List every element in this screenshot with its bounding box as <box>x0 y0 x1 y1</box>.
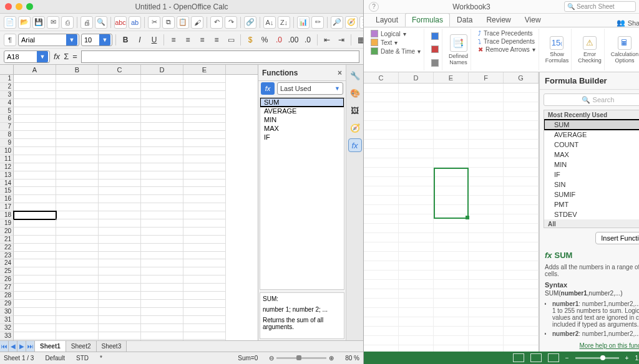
copy-icon[interactable]: ⧉ <box>162 16 175 29</box>
cell[interactable] <box>434 214 469 224</box>
cell[interactable] <box>434 93 469 102</box>
cell[interactable] <box>14 75 56 83</box>
cell[interactable] <box>504 336 539 345</box>
sheet-tab[interactable]: Sheet1 <box>35 341 66 352</box>
row-header[interactable]: 11 <box>0 155 14 163</box>
cell[interactable] <box>183 324 226 332</box>
cell[interactable] <box>399 112 434 121</box>
cell[interactable] <box>183 171 226 180</box>
cell[interactable] <box>99 75 141 83</box>
select-all-corner[interactable] <box>0 65 14 74</box>
cell[interactable] <box>56 91 99 99</box>
remove-decimal-icon[interactable]: .0 <box>301 34 314 46</box>
navigator-panel-icon[interactable]: 🧭 <box>348 121 362 135</box>
row-header[interactable]: 21 <box>0 236 14 244</box>
cell[interactable] <box>399 186 434 196</box>
column-header[interactable]: B <box>56 65 99 74</box>
cell[interactable] <box>14 139 56 147</box>
cell[interactable] <box>504 271 539 280</box>
cell[interactable] <box>364 336 399 345</box>
cell[interactable] <box>183 292 226 300</box>
cell[interactable] <box>183 131 226 139</box>
cell[interactable] <box>99 228 141 236</box>
cell[interactable] <box>14 340 56 340</box>
number-format-icon[interactable]: .0 <box>273 34 285 46</box>
cell[interactable] <box>56 163 99 171</box>
cell[interactable] <box>364 242 399 252</box>
styles-icon[interactable]: ¶ <box>4 34 16 46</box>
cut-icon[interactable]: ✂ <box>148 16 160 29</box>
cell[interactable] <box>56 75 99 83</box>
cell[interactable] <box>469 168 504 177</box>
formula-item[interactable]: SIN <box>544 180 639 189</box>
formula-search-field[interactable]: 🔍 Search <box>544 93 639 106</box>
cell[interactable] <box>14 292 56 300</box>
cell[interactable] <box>141 252 183 260</box>
cell[interactable] <box>364 317 399 327</box>
row-header[interactable]: 17 <box>0 203 14 211</box>
formula-item[interactable]: IF <box>544 170 639 180</box>
row-header[interactable]: 16 <box>0 195 14 203</box>
cell[interactable] <box>399 140 434 149</box>
cell[interactable] <box>469 224 504 233</box>
cell[interactable] <box>14 284 56 292</box>
cell[interactable] <box>364 140 399 149</box>
function-item[interactable]: SUM <box>260 98 344 107</box>
cell[interactable] <box>183 187 226 195</box>
formula-item[interactable]: COUNT <box>544 140 639 150</box>
merge-cells-icon[interactable]: ▭ <box>225 34 237 46</box>
cell[interactable] <box>399 289 434 299</box>
cell[interactable] <box>14 259 56 267</box>
cell[interactable] <box>56 259 99 267</box>
cell[interactable] <box>504 308 539 317</box>
cell[interactable] <box>469 271 504 280</box>
row-header[interactable]: 1 <box>0 75 14 83</box>
row-header[interactable]: 8 <box>0 131 14 139</box>
cell[interactable] <box>14 211 56 219</box>
cell[interactable] <box>364 158 399 168</box>
cell[interactable] <box>14 316 56 324</box>
cell[interactable] <box>56 187 99 195</box>
cell[interactable] <box>364 168 399 177</box>
cell[interactable] <box>99 83 141 91</box>
column-header[interactable]: D <box>399 72 434 83</box>
cell[interactable] <box>183 259 226 267</box>
cell[interactable] <box>141 259 183 267</box>
cell[interactable] <box>14 308 56 316</box>
cell[interactable] <box>469 196 504 205</box>
formula-input[interactable] <box>81 50 359 63</box>
cell[interactable] <box>434 130 469 140</box>
cell[interactable] <box>141 275 183 284</box>
cell[interactable] <box>364 121 399 130</box>
cell[interactable] <box>56 171 99 180</box>
zoom-in-icon[interactable]: + <box>625 355 629 362</box>
trace-precedents-button[interactable]: ⤴ Trace Precedents <box>478 30 535 37</box>
cell[interactable] <box>14 324 56 332</box>
cell[interactable] <box>14 300 56 308</box>
fx-icon[interactable]: fx <box>261 82 275 95</box>
chart-icon[interactable]: 📊 <box>297 16 310 29</box>
cell[interactable] <box>364 93 399 102</box>
cell[interactable] <box>469 140 504 149</box>
cell[interactable] <box>434 149 469 158</box>
cell[interactable] <box>183 236 226 244</box>
paste-icon[interactable]: 📋 <box>177 16 189 29</box>
cell[interactable] <box>56 123 99 131</box>
increase-indent-icon[interactable]: ⇥ <box>335 34 348 46</box>
cell[interactable] <box>141 219 183 228</box>
cell[interactable] <box>183 115 226 123</box>
close-icon[interactable]: × <box>338 69 342 77</box>
cell[interactable] <box>99 99 141 107</box>
cell[interactable] <box>141 91 183 99</box>
row-header[interactable]: 20 <box>0 228 14 236</box>
trace-dependents-button[interactable]: ⤵ Trace Dependents <box>478 38 535 45</box>
cell[interactable] <box>99 267 141 275</box>
error-checking-button[interactable]: ⚠ Error Checking <box>575 29 605 70</box>
cell[interactable] <box>469 214 504 224</box>
add-decimal-icon[interactable]: .00 <box>287 34 300 46</box>
cell[interactable] <box>434 196 469 205</box>
cell[interactable] <box>141 203 183 211</box>
cell[interactable] <box>99 252 141 260</box>
row-header[interactable]: 3 <box>0 91 14 99</box>
ribbon-tab[interactable]: View <box>518 13 548 27</box>
